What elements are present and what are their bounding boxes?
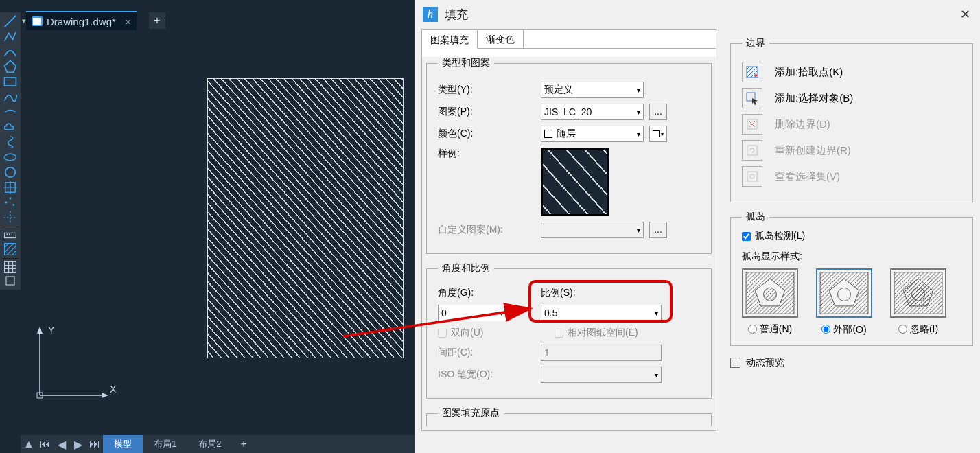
svg-line-21 <box>12 251 16 255</box>
double-checkbox: 双向(U) <box>438 327 541 339</box>
hatch-pattern <box>208 79 403 358</box>
svg-rect-27 <box>6 277 14 285</box>
points-icon[interactable] <box>2 195 19 210</box>
arc-icon[interactable] <box>2 44 19 59</box>
spacing-label: 间距(C): <box>438 347 541 359</box>
island-normal-radio[interactable]: 普通(N) <box>748 323 792 336</box>
polyline-icon[interactable] <box>2 29 19 44</box>
iso-label: ISO 笔宽(O): <box>438 369 541 381</box>
last-icon[interactable]: ⏭ <box>86 436 103 452</box>
type-pattern-group: 类型和图案 类型(Y): 预定义▾ 图案(P): JIS_LC_20▾ ... … <box>426 57 712 254</box>
layout2-tab[interactable]: 布局2 <box>187 435 232 453</box>
type-select[interactable]: 预定义▾ <box>541 82 644 98</box>
custom-pattern-select: ▾ <box>541 222 644 238</box>
island-ignore-radio[interactable]: 忽略(I) <box>898 323 938 336</box>
next-icon[interactable]: ▶ <box>70 436 86 452</box>
select-object-button[interactable]: 添加:选择对象(B) <box>742 88 964 108</box>
add-layout-button[interactable]: + <box>232 438 255 450</box>
type-pattern-legend: 类型和图案 <box>438 57 494 69</box>
island-outer-preview[interactable] <box>816 268 872 318</box>
ucs-indicator: Y X <box>27 318 117 408</box>
origin-group: 图案填充原点 <box>426 407 712 426</box>
file-tab[interactable]: Drawing1.dwg* × <box>26 11 137 30</box>
close-tab-icon[interactable]: × <box>125 16 131 27</box>
svg-point-3 <box>5 154 16 161</box>
app-logo-icon: h <box>423 7 438 22</box>
cloud-icon[interactable] <box>2 119 19 135</box>
dialog-title-text: 填充 <box>445 7 468 23</box>
hatch-tool-icon[interactable] <box>2 242 19 257</box>
svg-rect-49 <box>747 172 757 181</box>
view-selection-icon <box>742 166 762 187</box>
svg-point-43 <box>754 74 757 77</box>
remove-boundary-icon <box>742 114 762 135</box>
island-normal-preview[interactable] <box>742 268 798 318</box>
bg-color-select[interactable]: ▾ <box>649 126 667 142</box>
svg-rect-2 <box>5 78 16 86</box>
recreate-boundary-button: 重新创建边界(R) <box>742 140 964 161</box>
new-tab-button[interactable]: + <box>149 12 165 29</box>
ellipse-icon[interactable] <box>2 150 19 165</box>
remove-boundary-button: 删除边界(D) <box>742 114 964 135</box>
drawing-canvas[interactable]: Y X <box>22 30 415 432</box>
construction-icon[interactable] <box>2 210 19 225</box>
svg-point-10 <box>12 204 14 206</box>
dialog-titlebar: h 填充 ✕ <box>415 0 980 29</box>
svg-marker-32 <box>102 393 108 398</box>
boundary-group: 边界 添加:拾取点(K) 添加:选择对象(B) 删除边界(D) 重新创建边界(R… <box>730 37 973 202</box>
pick-point-icon <box>742 62 762 82</box>
svg-point-9 <box>10 198 12 200</box>
paper-checkbox: 相对图纸空间(E) <box>555 327 638 339</box>
model-tab[interactable]: 模型 <box>103 435 143 453</box>
angle-scale-legend: 角度和比例 <box>438 262 494 275</box>
svg-text:X: X <box>110 384 117 395</box>
color-select[interactable]: 随层▾ <box>541 126 644 142</box>
first-icon[interactable]: ⏮ <box>37 436 54 452</box>
anchor-icon[interactable] <box>2 273 19 288</box>
line-icon[interactable] <box>2 14 19 29</box>
circle-icon[interactable] <box>2 165 19 180</box>
insert-icon[interactable] <box>2 180 19 195</box>
measure-icon[interactable] <box>2 226 19 242</box>
svg-point-50 <box>750 174 754 178</box>
svg-line-19 <box>5 244 14 253</box>
island-outer-radio[interactable]: 外部(O) <box>821 323 866 336</box>
ellipse-arc-icon[interactable] <box>2 104 19 119</box>
layout1-tab[interactable]: 布局1 <box>143 435 187 453</box>
prev-icon[interactable]: ◀ <box>54 436 70 452</box>
file-tab-label: Drawing1.dwg* <box>47 16 116 27</box>
island-detect-checkbox[interactable]: 孤岛检测(L) <box>742 230 805 242</box>
hatched-rectangle <box>207 78 404 358</box>
svg-line-38 <box>747 67 749 69</box>
pattern-label: 图案(P): <box>438 106 541 118</box>
svg-line-20 <box>7 246 16 255</box>
dynamic-preview-checkbox[interactable]: 动态预览 <box>730 357 973 369</box>
svg-rect-13 <box>5 233 16 237</box>
svg-marker-1 <box>5 61 16 73</box>
expand-up-icon[interactable]: ▲ <box>21 436 37 452</box>
svg-line-0 <box>5 16 16 27</box>
svg-point-4 <box>5 167 15 177</box>
pattern-preview[interactable] <box>541 148 609 216</box>
island-legend: 孤岛 <box>742 211 769 223</box>
pattern-more-button[interactable]: ... <box>649 104 667 120</box>
tab-pattern-fill[interactable]: 图案填充 <box>422 30 478 49</box>
svg-text:Y: Y <box>48 325 55 336</box>
polygon-icon[interactable] <box>2 59 19 74</box>
svg-line-18 <box>5 244 9 248</box>
tab-gradient[interactable]: 渐变色 <box>478 30 524 49</box>
dialog-close-icon[interactable]: ✕ <box>960 7 970 22</box>
angle-label: 角度(G): <box>438 287 541 299</box>
helix-icon[interactable] <box>2 135 19 150</box>
table-icon[interactable] <box>2 258 19 273</box>
pick-point-button[interactable]: 添加:拾取点(K) <box>742 62 964 82</box>
island-ignore-preview[interactable] <box>890 268 946 318</box>
pattern-select[interactable]: JIS_LC_20▾ <box>541 104 644 120</box>
rectangle-icon[interactable] <box>2 74 19 89</box>
custom-pattern-label: 自定义图案(M): <box>438 224 541 236</box>
spline-icon[interactable] <box>2 89 19 104</box>
svg-point-8 <box>5 202 8 204</box>
svg-marker-29 <box>37 327 43 334</box>
angle-select[interactable]: 0▾ <box>438 305 506 321</box>
svg-point-54 <box>764 288 777 301</box>
